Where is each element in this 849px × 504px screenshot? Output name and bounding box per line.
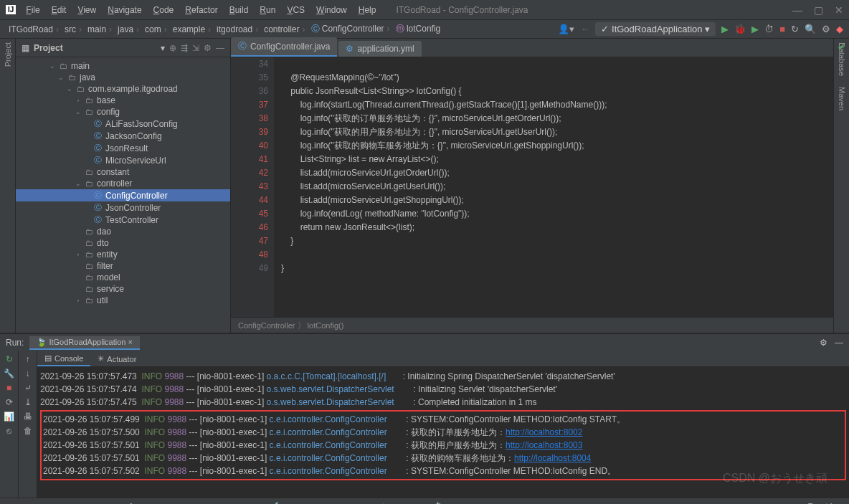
tab-application.yml[interactable]: ⚙application.yml: [338, 41, 421, 57]
tree-item-main[interactable]: ⌄🗀main: [16, 60, 230, 72]
left-tool-rail: Project: [0, 39, 16, 333]
stop-icon[interactable]: ■: [779, 24, 785, 34]
tree-item-JsonController[interactable]: ⒸJsonController: [16, 201, 230, 214]
tree-item-entity[interactable]: ›🗀entity: [16, 249, 230, 260]
console-tab[interactable]: ▤ Console: [37, 351, 90, 366]
actuator-tab[interactable]: ✳ Actuator: [90, 351, 143, 366]
menu-edit[interactable]: Edit: [46, 5, 72, 15]
project-tree[interactable]: ⌄🗀main⌄🗀java⌄🗀com.example.itgodroad›🗀bas…: [16, 57, 230, 333]
menu-file[interactable]: File: [20, 5, 45, 15]
minimize-icon[interactable]: —: [792, 4, 802, 16]
toolbar-icons: 👤▾ ← ✓ ItGodRoadApplication ▾ ▶ 🐞 ▶ ⏱ ■ …: [558, 22, 843, 36]
tree-item-ALiFastJsonConfig[interactable]: ⒸALiFastJsonConfig: [16, 118, 230, 130]
project-tool-button[interactable]: Project: [4, 42, 12, 67]
tree-item-filter[interactable]: 🗀filter: [16, 260, 230, 272]
maven-tool-button[interactable]: Maven: [838, 87, 846, 110]
project-icon: ▦: [22, 43, 29, 53]
menu-window[interactable]: Window: [310, 5, 353, 15]
maximize-icon[interactable]: ▢: [814, 4, 823, 16]
bottom-tool-bar: ▶ Run ≡ TODO ⊘ Problems ⏱ Profiler ▣ Ter…: [0, 498, 849, 504]
search-icon[interactable]: 🔍: [805, 24, 816, 34]
tree-item-JacksonConfig[interactable]: ⒸJacksonConfig: [16, 130, 230, 142]
tool-icon[interactable]: 🔧: [4, 369, 14, 379]
menu-help[interactable]: Help: [353, 5, 382, 15]
collapse-icon[interactable]: ⇶: [181, 43, 188, 53]
code-editor[interactable]: @RequestMapping(©~"/lot") public JsonRes…: [274, 57, 849, 317]
expand-icon[interactable]: ⇲: [192, 43, 199, 53]
breadcrumbs[interactable]: ITGodRoadsrcmainjavacomexampleitgodroadc…: [6, 23, 558, 35]
wrap-icon[interactable]: ⤶: [24, 383, 32, 393]
profile-icon[interactable]: ⏱: [764, 24, 774, 34]
crumb-6[interactable]: itgodroad: [214, 24, 261, 34]
crumb-2[interactable]: main: [85, 24, 115, 34]
crumb-4[interactable]: com: [142, 24, 170, 34]
scope-dropdown[interactable]: ▾: [161, 43, 165, 53]
dump-icon[interactable]: 📊: [4, 412, 14, 422]
editor-tabs: ⒸConfigController.java⚙application.yml: [231, 39, 849, 57]
editor-gutter[interactable]: 34353637383940414243444546474849: [231, 57, 274, 317]
run-tab-app[interactable]: 🍃 ItGodRoadApplication ×: [29, 336, 140, 350]
menu-build[interactable]: Build: [224, 5, 255, 15]
run-config[interactable]: ✓ ItGodRoadApplication ▾: [595, 22, 716, 36]
scroll-icon[interactable]: ⤓: [24, 397, 32, 407]
crumb-7[interactable]: controller: [261, 24, 308, 34]
menu-view[interactable]: View: [72, 5, 102, 15]
rerun-icon[interactable]: ↻: [6, 354, 13, 364]
update-icon[interactable]: ↻: [791, 24, 799, 34]
user-icon[interactable]: 👤▾: [558, 24, 574, 34]
tree-item-JsonResult[interactable]: ⒸJsonResult: [16, 142, 230, 154]
tree-item-java[interactable]: ⌄🗀java: [16, 72, 230, 83]
tab-ConfigController.java[interactable]: ⒸConfigController.java: [231, 37, 337, 57]
tree-item-controller[interactable]: ⌄🗀controller: [16, 178, 230, 189]
settings-icon[interactable]: ⚙: [822, 24, 830, 34]
settings-icon[interactable]: ⚙: [204, 43, 212, 53]
run-settings-icon[interactable]: ⚙: [820, 338, 827, 348]
stop-icon[interactable]: ■: [6, 383, 11, 393]
tree-item-constant[interactable]: 🗀constant: [16, 166, 230, 178]
locate-icon[interactable]: ⊕: [169, 43, 176, 53]
menu-run[interactable]: Run: [254, 5, 281, 15]
hide-icon[interactable]: —: [216, 43, 224, 53]
close-icon[interactable]: ✕: [835, 4, 843, 16]
tree-item-MicroServiceUrl[interactable]: ⒸMicroServiceUrl: [16, 154, 230, 166]
clear-icon[interactable]: 🗑: [24, 426, 32, 436]
right-tool-rail: Database Maven: [833, 39, 849, 333]
tree-item-ConfigController[interactable]: ⒸConfigController: [16, 189, 230, 201]
tree-item-TestController[interactable]: ⒸTestController: [16, 214, 230, 226]
jetbrains-icon[interactable]: ◆: [836, 24, 843, 34]
crumb-5[interactable]: example: [170, 24, 214, 34]
project-panel: ▦ Project ▾ ⊕ ⇶ ⇲ ⚙ — ⌄🗀main⌄🗀java⌄🗀com.…: [16, 39, 231, 333]
editor-breadcrumb[interactable]: ConfigController 〉 lotConfig(): [231, 317, 849, 333]
menu-code[interactable]: Code: [148, 5, 180, 15]
crumb-8[interactable]: Ⓒ ConfigController: [308, 23, 393, 35]
tree-item-util[interactable]: ›🗀util: [16, 295, 230, 306]
menu-vcs[interactable]: VCS: [281, 5, 310, 15]
tree-item-model[interactable]: 🗀model: [16, 272, 230, 283]
tree-item-com.example.itgodroad[interactable]: ⌄🗀com.example.itgodroad: [16, 83, 230, 95]
crumb-3[interactable]: java: [115, 24, 142, 34]
coverage-icon[interactable]: ▶: [751, 24, 759, 34]
crumb-9[interactable]: ⓜ lotConfig: [393, 23, 444, 35]
run-tool-column-2: ↑ ↓ ⤶ ⤓ 🖶 🗑: [19, 351, 37, 498]
inspection-status-icon[interactable]: ✔: [838, 42, 845, 52]
console-output[interactable]: 2021-09-26 15:07:57.473 INFO 9988 --- [n…: [37, 367, 849, 498]
menu-refactor[interactable]: Refactor: [179, 5, 223, 15]
tree-item-service[interactable]: 🗀service: [16, 283, 230, 295]
tree-item-dao[interactable]: 🗀dao: [16, 226, 230, 237]
print-icon[interactable]: 🖶: [24, 412, 32, 422]
crumb-0[interactable]: ITGodRoad: [6, 24, 62, 34]
menu-navigate[interactable]: Navigate: [102, 5, 147, 15]
back-icon[interactable]: ←: [580, 24, 589, 34]
window-title: ITGodRoad - ConfigController.java: [396, 5, 528, 15]
tree-item-config[interactable]: ⌄🗀config: [16, 106, 230, 118]
tree-item-dto[interactable]: 🗀dto: [16, 237, 230, 249]
tree-item-base[interactable]: ›🗀base: [16, 95, 230, 106]
restart-icon[interactable]: ⟳: [6, 397, 13, 407]
down-icon[interactable]: ↓: [26, 369, 30, 379]
up-icon[interactable]: ↑: [26, 354, 30, 364]
crumb-1[interactable]: src: [62, 24, 85, 34]
run-icon[interactable]: ▶: [721, 24, 729, 34]
hide-panel-icon[interactable]: —: [835, 338, 843, 348]
exit-icon[interactable]: ⎋: [6, 426, 11, 436]
debug-icon[interactable]: 🐞: [734, 24, 746, 34]
